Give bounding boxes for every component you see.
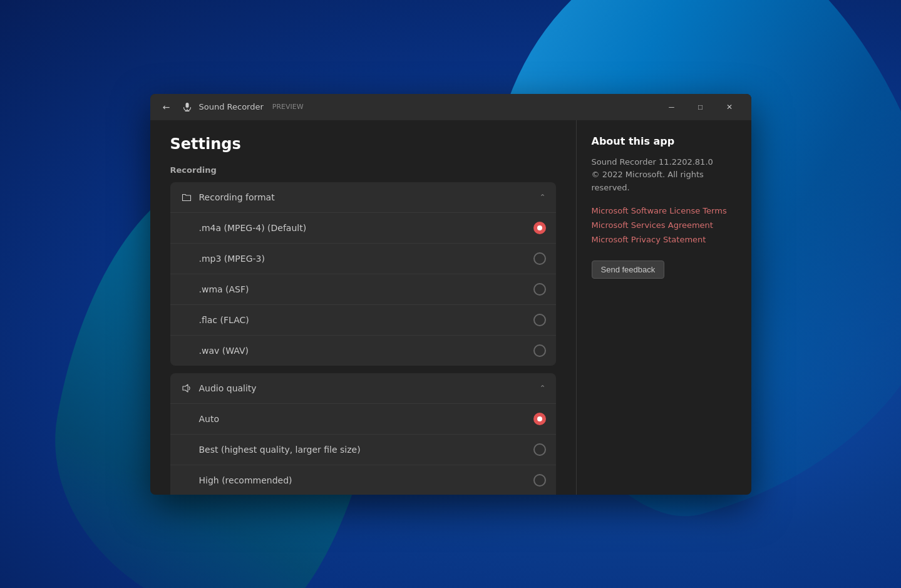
quality-option-high[interactable]: High (recommended) — [170, 465, 556, 495]
about-version: Sound Recorder 11.2202.81.0 © 2022 Micro… — [592, 156, 736, 195]
quality-label-high: High (recommended) — [199, 475, 533, 485]
format-radio-mp3[interactable] — [533, 252, 546, 265]
app-icon — [182, 101, 193, 113]
format-label-wav: .wav (WAV) — [199, 346, 533, 356]
audio-quality-header[interactable]: Audio quality ⌃ — [170, 373, 556, 404]
quality-radio-best[interactable] — [533, 443, 546, 456]
folder-icon — [180, 191, 193, 204]
link-services-agreement[interactable]: Microsoft Services Agreement — [592, 220, 736, 230]
format-radio-wav[interactable] — [533, 344, 546, 357]
recording-format-chevron: ⌃ — [539, 193, 545, 202]
quality-label-auto: Auto — [199, 414, 533, 424]
quality-option-best[interactable]: Best (highest quality, larger file size) — [170, 435, 556, 465]
format-option-wma[interactable]: .wma (ASF) — [170, 274, 556, 305]
format-radio-wma[interactable] — [533, 283, 546, 296]
speaker-icon — [180, 382, 193, 395]
back-button[interactable]: ← — [158, 98, 175, 116]
about-title: About this app — [592, 135, 736, 147]
format-label-mp3: .mp3 (MPEG-3) — [199, 254, 533, 264]
maximize-button[interactable]: □ — [686, 97, 715, 117]
recording-section-label: Recording — [170, 165, 556, 175]
format-radio-m4a[interactable] — [533, 222, 546, 234]
app-window: ← Sound Recorder PREVIEW ─ □ ✕ Settings — [150, 94, 751, 495]
format-option-mp3[interactable]: .mp3 (MPEG-3) — [170, 244, 556, 274]
quality-radio-high[interactable] — [533, 474, 546, 487]
preview-badge: PREVIEW — [272, 103, 304, 111]
titlebar-left: ← Sound Recorder PREVIEW — [158, 98, 657, 116]
quality-radio-auto[interactable] — [533, 413, 546, 425]
quality-label-best: Best (highest quality, larger file size) — [199, 445, 533, 455]
quality-option-auto[interactable]: Auto — [170, 404, 556, 435]
link-privacy-statement[interactable]: Microsoft Privacy Statement — [592, 235, 736, 244]
format-option-wav[interactable]: .wav (WAV) — [170, 336, 556, 366]
format-radio-flac[interactable] — [533, 314, 546, 326]
link-software-license[interactable]: Microsoft Software License Terms — [592, 206, 736, 215]
format-label-wma: .wma (ASF) — [199, 284, 533, 294]
format-option-m4a[interactable]: .m4a (MPEG-4) (Default) — [170, 213, 556, 244]
page-title: Settings — [170, 135, 556, 153]
audio-quality-chevron: ⌃ — [539, 384, 545, 393]
format-option-flac[interactable]: .flac (FLAC) — [170, 305, 556, 336]
about-panel: About this app Sound Recorder 11.2202.81… — [576, 120, 751, 495]
recording-format-group: Recording format ⌃ .m4a (MPEG-4) (Defaul… — [170, 182, 556, 366]
content-area: Settings Recording Recording format ⌃ — [150, 120, 751, 495]
minimize-button[interactable]: ─ — [657, 97, 686, 117]
audio-quality-group: Audio quality ⌃ Auto Best (highest quali… — [170, 373, 556, 495]
app-title: Sound Recorder — [199, 102, 264, 111]
format-label-m4a: .m4a (MPEG-4) (Default) — [199, 223, 533, 233]
recording-format-header[interactable]: Recording format ⌃ — [170, 182, 556, 213]
send-feedback-button[interactable]: Send feedback — [592, 260, 665, 279]
close-button[interactable]: ✕ — [715, 97, 744, 117]
titlebar: ← Sound Recorder PREVIEW ─ □ ✕ — [150, 94, 751, 120]
svg-rect-0 — [185, 103, 188, 108]
audio-quality-label: Audio quality — [199, 383, 540, 393]
main-panel: Settings Recording Recording format ⌃ — [150, 120, 576, 495]
titlebar-controls: ─ □ ✕ — [657, 97, 744, 117]
recording-format-label: Recording format — [199, 192, 540, 202]
format-label-flac: .flac (FLAC) — [199, 315, 533, 325]
svg-marker-3 — [183, 384, 188, 392]
